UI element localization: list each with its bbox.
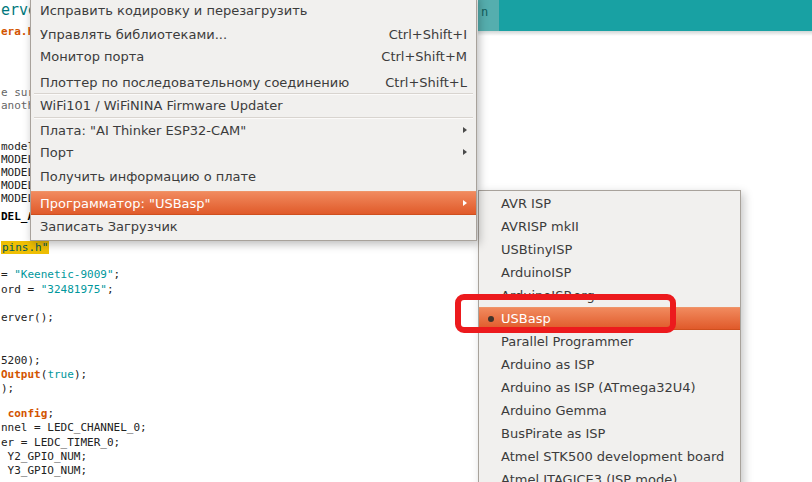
code-segment: ;: [47, 407, 54, 420]
menu-item-label: Плоттер по последовательному соединению: [40, 75, 371, 90]
code-line: pins.h": [1, 241, 49, 254]
code-segment: nnel = LEDC_CHANNEL_0;: [1, 421, 147, 434]
editor-tab-bar: n: [478, 0, 812, 31]
submenu-item-arduinoisp[interactable]: ArduinoISP: [479, 261, 740, 284]
menu-item-label: Записать Загрузчик: [40, 219, 467, 234]
code-line: Y3_GPIO_NUM;: [1, 464, 87, 477]
menu-item-programmer[interactable]: Программатор: "USBasp": [31, 191, 476, 215]
submenu-item-label: Arduino as ISP (ATmega32U4): [501, 380, 696, 395]
code-segment: "Keenetic-9009": [14, 268, 113, 281]
menu-item-wifi-firmware-updater[interactable]: WiFi101 / WiFiNINA Firmware Updater: [31, 95, 476, 115]
menu-item-burn-bootloader[interactable]: Записать Загрузчик: [31, 215, 476, 237]
code-line: config;: [1, 407, 54, 420]
code-segment: Y3_GPIO_NUM;: [1, 464, 87, 477]
submenu-item-label: Atmel STK500 development board: [501, 449, 724, 464]
submenu-item-label: Atmel JTAGICE3 (ISP mode): [501, 472, 677, 482]
menu-item-label: Порт: [40, 145, 455, 160]
submenu-arrow-icon: [463, 200, 467, 206]
submenu-item-buspirate-as-isp[interactable]: BusPirate as ISP: [479, 422, 740, 445]
submenu-item-atmel-jtagice3-isp[interactable]: Atmel JTAGICE3 (ISP mode): [479, 468, 740, 482]
code-segment: er = LEDC_TIMER_0;: [1, 436, 120, 449]
code-segment: erver();: [1, 311, 54, 324]
submenu-item-label: Arduino as ISP: [501, 357, 594, 372]
code-segment: pins.h": [1, 241, 49, 254]
menu-item-serial-monitor[interactable]: Монитор портаCtrl+Shift+M: [31, 45, 476, 67]
menu-item-board-info[interactable]: Получить информацию о плате: [31, 165, 476, 187]
menu-item-port[interactable]: Порт: [31, 141, 476, 163]
code-line: nnel = LEDC_CHANNEL_0;: [1, 421, 147, 434]
menu-item-label: WiFi101 / WiFiNINA Firmware Updater: [40, 98, 467, 113]
menu-separator-1: [34, 93, 473, 94]
code-segment: ;: [107, 283, 114, 296]
submenu-item-label: Parallel Programmer: [501, 334, 633, 349]
code-line: );: [1, 382, 14, 395]
submenu-item-label: AVRISP mkII: [501, 219, 579, 234]
submenu-item-label: AVR ISP: [501, 196, 551, 211]
submenu-item-label: ArduinoISP: [501, 265, 571, 280]
code-segment: [1, 407, 8, 420]
menu-item-label: Исправить кодировку и перезагрузить: [40, 3, 467, 18]
submenu-item-parallel-programmer[interactable]: Parallel Programmer: [479, 330, 740, 353]
menu-item-manage-libraries[interactable]: Управлять библиотеками...Ctrl+Shift+I: [31, 23, 476, 45]
code-segment: Y2_GPIO_NUM;: [1, 450, 87, 463]
submenu-arrow-icon: [463, 127, 467, 133]
arduino-ide-screen: erveera.he suranothmodelMODELMODELMODELM…: [0, 0, 812, 482]
submenu-item-atmel-stk500[interactable]: Atmel STK500 development board: [479, 445, 740, 468]
submenu-item-label: BusPirate as ISP: [501, 426, 605, 441]
code-line: 5200);: [1, 354, 41, 367]
menu-item-label: Программатор: "USBasp": [40, 196, 455, 211]
code-segment: );: [74, 368, 87, 381]
code-segment: );: [1, 382, 14, 395]
submenu-item-label: USBtinyISP: [501, 242, 572, 257]
menu-item-label: Плата: "AI Thinker ESP32-CAM": [40, 123, 455, 138]
submenu-item-usbtinyisp[interactable]: USBtinyISP: [479, 238, 740, 261]
code-line: ord = "32481975";: [1, 283, 114, 296]
code-line: erver();: [1, 311, 54, 324]
submenu-item-arduino-as-isp-atmega32u4[interactable]: Arduino as ISP (ATmega32U4): [479, 376, 740, 399]
menu-item-label: Управлять библиотеками...: [40, 27, 375, 42]
code-line: = "Keenetic-9009";: [1, 268, 120, 281]
submenu-item-label: Arduino Gemma: [501, 403, 607, 418]
submenu-item-arduino-as-isp[interactable]: Arduino as ISP: [479, 353, 740, 376]
menu-item-shortcut: Ctrl+Shift+M: [381, 49, 467, 64]
editor-tab-label: n: [481, 5, 488, 19]
annotation-red-box: [455, 294, 676, 333]
code-line: er = LEDC_TIMER_0;: [1, 436, 120, 449]
submenu-item-avrisp-mkii[interactable]: AVRISP mkII: [479, 215, 740, 238]
submenu-item-avr-isp[interactable]: AVR ISP: [479, 192, 740, 215]
code-segment: ord =: [1, 283, 41, 296]
menu-item-serial-plotter[interactable]: Плоттер по последовательному соединениюC…: [31, 71, 476, 93]
menu-item-shortcut: Ctrl+Shift+L: [385, 75, 467, 90]
code-segment: 5200);: [1, 354, 41, 367]
code-segment: config: [8, 407, 48, 420]
code-segment: true: [47, 368, 74, 381]
menu-item-label: Монитор порта: [40, 49, 367, 64]
code-segment: Output: [1, 368, 41, 381]
menu-separator-2: [34, 117, 473, 118]
menu-item-fix-encoding[interactable]: Исправить кодировку и перезагрузить: [31, 0, 476, 21]
code-segment: =: [1, 268, 14, 281]
code-line: Y2_GPIO_NUM;: [1, 450, 87, 463]
code-segment: "32481975": [41, 283, 107, 296]
tools-menu: Исправить кодировку и перезагрузитьУправ…: [30, 0, 477, 241]
menu-item-shortcut: Ctrl+Shift+I: [389, 27, 467, 42]
submenu-arrow-icon: [463, 149, 467, 155]
code-segment: ;: [114, 268, 121, 281]
menu-item-label: Получить информацию о плате: [40, 169, 467, 184]
code-line: Output(true);: [1, 368, 87, 381]
editor-tab[interactable]: n: [478, 0, 499, 31]
programmer-submenu: AVR ISPAVRISP mkIIUSBtinyISPArduinoISPAr…: [478, 190, 741, 482]
submenu-item-arduino-gemma[interactable]: Arduino Gemma: [479, 399, 740, 422]
menu-item-board[interactable]: Плата: "AI Thinker ESP32-CAM": [31, 119, 476, 141]
